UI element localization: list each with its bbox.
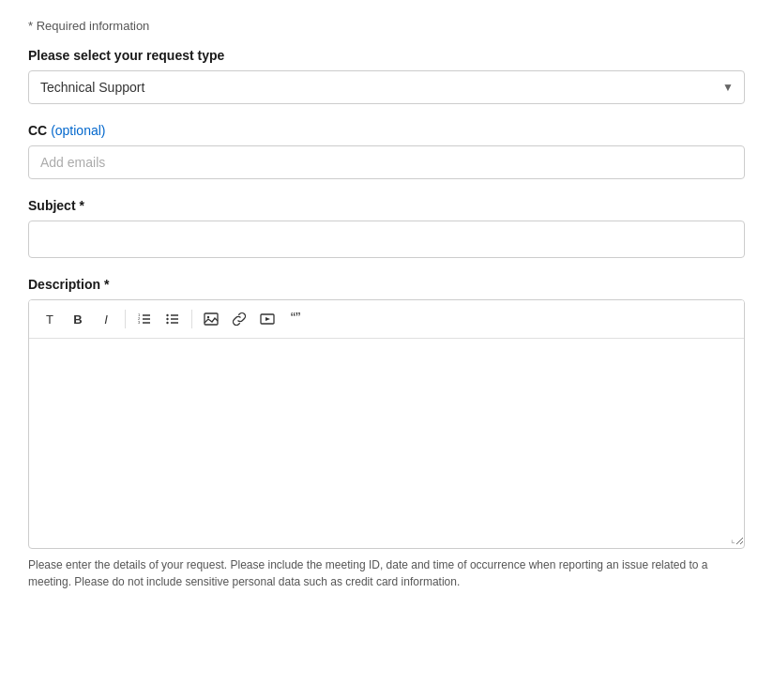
- text-format-button[interactable]: T: [37, 306, 63, 332]
- svg-marker-15: [265, 317, 270, 321]
- ordered-list-button[interactable]: 1 2 3: [131, 306, 158, 332]
- editor-body: ⌞: [29, 339, 744, 548]
- link-icon: [232, 312, 247, 327]
- link-button[interactable]: [226, 306, 252, 332]
- ordered-list-icon: 1 2 3: [137, 312, 152, 327]
- quote-button[interactable]: “”: [282, 306, 309, 332]
- toolbar-divider-1: [125, 310, 126, 328]
- request-type-select-wrapper: Technical Support Billing General Inquir…: [28, 70, 745, 104]
- svg-text:3: 3: [138, 320, 141, 325]
- request-type-select[interactable]: Technical Support Billing General Inquir…: [28, 70, 745, 104]
- media-icon: [260, 312, 275, 327]
- image-icon: [204, 312, 219, 327]
- subject-input[interactable]: [28, 221, 745, 258]
- quote-icon: “”: [291, 312, 301, 327]
- text-icon: T: [46, 312, 53, 327]
- subject-field: Subject *: [28, 198, 745, 258]
- description-label: Description *: [28, 277, 745, 292]
- description-editor: T B I 1 2 3: [28, 299, 745, 549]
- cc-input[interactable]: [28, 145, 745, 179]
- bold-icon: B: [73, 312, 82, 327]
- italic-icon: I: [104, 312, 108, 327]
- cc-field: CC (optional): [28, 123, 745, 179]
- svg-point-13: [207, 316, 209, 318]
- svg-point-9: [166, 314, 168, 316]
- unordered-list-icon: [165, 312, 180, 327]
- svg-point-10: [166, 318, 168, 320]
- required-info-text: * Required information: [28, 19, 745, 33]
- request-type-label: Please select your request type: [28, 48, 745, 63]
- media-button[interactable]: [254, 306, 280, 332]
- bold-button[interactable]: B: [65, 306, 91, 332]
- resize-handle-icon: ⌞: [731, 535, 742, 546]
- svg-point-11: [166, 322, 168, 324]
- unordered-list-button[interactable]: [159, 306, 186, 332]
- editor-toolbar: T B I 1 2 3: [29, 300, 744, 339]
- description-textarea[interactable]: [29, 339, 744, 545]
- image-button[interactable]: [198, 306, 224, 332]
- italic-button[interactable]: I: [93, 306, 119, 332]
- description-helper-text: Please enter the details of your request…: [28, 556, 745, 590]
- subject-label: Subject *: [28, 198, 745, 213]
- toolbar-divider-2: [191, 310, 192, 328]
- cc-label: CC (optional): [28, 123, 745, 138]
- description-field: Description * T B I 1 2: [28, 277, 745, 590]
- request-type-field: Please select your request type Technica…: [28, 48, 745, 104]
